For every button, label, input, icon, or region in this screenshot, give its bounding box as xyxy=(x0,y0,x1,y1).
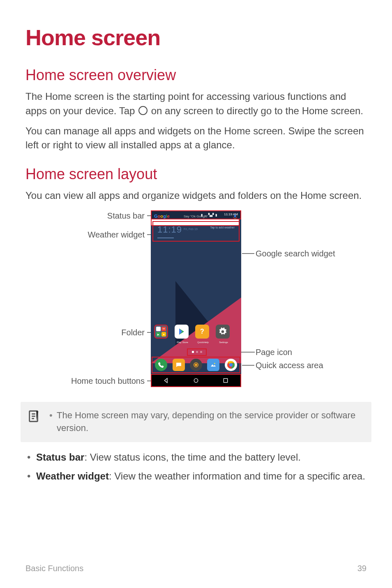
page-indicator xyxy=(187,348,207,356)
quick-access-area xyxy=(152,357,240,373)
play-store-icon xyxy=(175,325,189,339)
home-touch-buttons xyxy=(151,374,241,387)
google-hint: Say "Ok Google" xyxy=(184,214,208,218)
overview-para-1b: on any screen to directly go to the Home… xyxy=(151,105,363,116)
app-label-settings: Settings xyxy=(213,341,234,344)
phone-mock: ▮ ⌵ ▚▞ ▮ 11:19 AM 11:19 Fri, Feb 19 Tap … xyxy=(151,210,241,387)
svg-rect-9 xyxy=(224,378,227,382)
help-icon: ? xyxy=(195,325,209,339)
heading-overview: Home screen overview xyxy=(25,67,367,84)
bullet-rest-2: : View the weather information and time … xyxy=(109,470,365,482)
weather-clock: 11:19 xyxy=(157,224,182,235)
heading-layout: Home screen layout xyxy=(25,166,367,183)
settings-gear-icon xyxy=(216,325,230,339)
mic-icon xyxy=(232,213,238,221)
footer-page-number: 39 xyxy=(357,564,367,573)
layout-para: You can view all apps and organize widge… xyxy=(25,189,367,203)
note-box: The Home screen may vary, depending on t… xyxy=(21,402,371,442)
home-button-icon xyxy=(181,375,211,386)
bullet-status-bar: Status bar: View status icons, the time … xyxy=(25,450,367,465)
weather-widget: 11:19 Fri, Feb 19 Tap to add weather xyxy=(152,221,240,242)
weather-hint: Tap to add weather xyxy=(210,226,235,229)
weather-date: Fri, Feb 19 xyxy=(184,228,198,231)
bullet-term-2: Weather widget xyxy=(36,470,109,482)
chrome-app-icon xyxy=(225,359,237,371)
feature-bullets: Status bar: View status icons, the time … xyxy=(25,450,367,484)
label-folder: Folder xyxy=(121,328,145,337)
messaging-app-icon xyxy=(173,359,185,371)
bullet-term-1: Status bar xyxy=(36,452,84,463)
label-home-touch-buttons: Home touch buttons xyxy=(71,376,145,386)
folder-icon: GM▶★ xyxy=(154,325,168,339)
bullet-weather-widget: Weather widget: View the weather informa… xyxy=(25,469,367,484)
recent-button-icon xyxy=(211,375,240,386)
app-label-play: Play Store xyxy=(172,341,193,344)
page-footer: Basic Functions 39 xyxy=(25,564,367,573)
svg-point-3 xyxy=(195,364,197,366)
bullet-rest-1: : View status icons, the time and the ba… xyxy=(84,452,301,463)
back-button-icon xyxy=(152,375,181,386)
page-title: Home screen xyxy=(25,25,367,50)
label-page-icon: Page icon xyxy=(256,348,292,357)
svg-point-4 xyxy=(214,363,215,364)
app-row: GM▶★ ? xyxy=(154,325,238,339)
overview-para-1: The Home screen is the starting point fo… xyxy=(25,90,367,118)
footer-section: Basic Functions xyxy=(25,564,83,573)
svg-rect-0 xyxy=(234,214,236,217)
camera-app-icon xyxy=(190,359,202,371)
note-icon xyxy=(27,409,41,423)
home-screen-diagram: Status bar Weather widget Folder Home to… xyxy=(38,210,354,391)
label-quick-access: Quick access area xyxy=(256,361,323,370)
overview-para-2: You can manage all apps and widgets on t… xyxy=(25,124,367,153)
note-item-1: The Home screen may vary, depending on t… xyxy=(49,409,363,435)
home-circle-icon xyxy=(138,106,148,115)
google-logo: Google xyxy=(154,214,170,219)
label-status-bar: Status bar xyxy=(107,211,145,221)
label-weather-widget: Weather widget xyxy=(88,230,145,240)
phone-app-icon xyxy=(155,359,167,371)
app-label-help: QuickHelp xyxy=(193,341,213,344)
svg-point-8 xyxy=(194,378,198,382)
gallery-app-icon xyxy=(207,359,219,371)
label-google-search: Google search widget xyxy=(256,249,335,258)
